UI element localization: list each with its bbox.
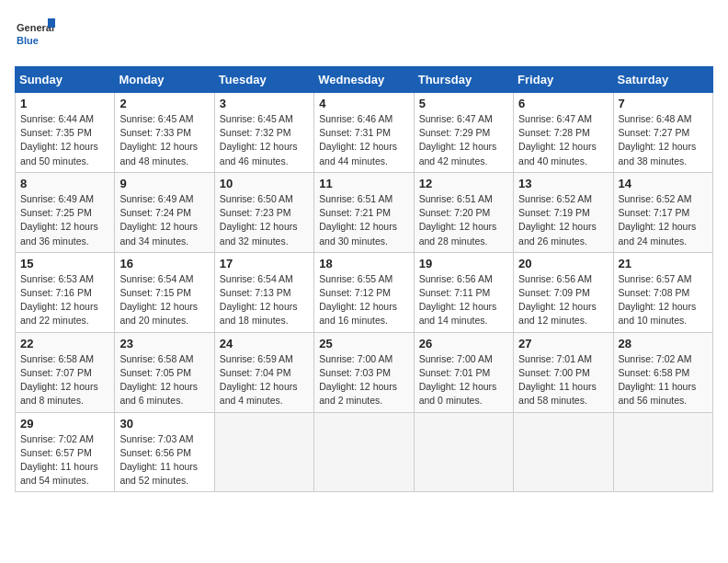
weekday-header: Sunday [16,67,115,93]
day-detail: Sunrise: 7:02 AMSunset: 6:57 PMDaylight:… [20,432,109,488]
day-number: 18 [319,257,408,270]
page-header: General Blue [15,15,713,59]
day-number: 14 [619,177,708,190]
day-detail: Sunrise: 6:51 AMSunset: 7:21 PMDaylight:… [319,192,408,248]
calendar-cell: 29 Sunrise: 7:02 AMSunset: 6:57 PMDaylig… [16,412,115,492]
weekday-header: Monday [115,67,214,93]
day-detail: Sunrise: 6:58 AMSunset: 7:07 PMDaylight:… [20,352,109,408]
day-detail: Sunrise: 6:48 AMSunset: 7:27 PMDaylight:… [619,112,708,168]
calendar-cell: 25 Sunrise: 7:00 AMSunset: 7:03 PMDaylig… [314,332,414,412]
calendar-week-row: 1 Sunrise: 6:44 AMSunset: 7:35 PMDayligh… [16,93,713,173]
calendar-cell: 9 Sunrise: 6:49 AMSunset: 7:24 PMDayligh… [115,172,214,252]
calendar-cell: 17 Sunrise: 6:54 AMSunset: 7:13 PMDaylig… [214,252,313,332]
calendar-cell: 26 Sunrise: 7:00 AMSunset: 7:01 PMDaylig… [414,332,513,412]
day-number: 24 [220,337,309,350]
calendar-cell: 14 Sunrise: 6:52 AMSunset: 7:17 PMDaylig… [613,172,712,252]
calendar-cell: 3 Sunrise: 6:45 AMSunset: 7:32 PMDayligh… [214,93,313,173]
calendar-cell: 20 Sunrise: 6:56 AMSunset: 7:09 PMDaylig… [514,252,613,332]
calendar-cell: 27 Sunrise: 7:01 AMSunset: 7:00 PMDaylig… [514,332,613,412]
day-number: 25 [319,337,408,350]
calendar-cell [314,412,414,492]
day-number: 27 [518,337,608,350]
day-number: 19 [419,257,508,270]
calendar-cell [214,412,313,492]
day-detail: Sunrise: 6:59 AMSunset: 7:04 PMDaylight:… [220,352,309,408]
weekday-header-row: SundayMondayTuesdayWednesdayThursdayFrid… [16,67,713,93]
calendar-cell: 15 Sunrise: 6:53 AMSunset: 7:16 PMDaylig… [16,252,115,332]
day-number: 22 [20,337,109,350]
day-detail: Sunrise: 6:49 AMSunset: 7:24 PMDaylight:… [119,192,209,248]
day-number: 30 [119,417,209,431]
day-detail: Sunrise: 6:50 AMSunset: 7:23 PMDaylight:… [220,192,309,248]
logo: General Blue [15,15,61,59]
day-number: 1 [20,97,109,110]
day-number: 17 [220,257,309,270]
calendar-table: SundayMondayTuesdayWednesdayThursdayFrid… [15,66,713,492]
calendar-cell: 2 Sunrise: 6:45 AMSunset: 7:33 PMDayligh… [115,93,214,173]
day-number: 13 [518,177,608,190]
day-detail: Sunrise: 7:00 AMSunset: 7:03 PMDaylight:… [319,352,408,408]
day-number: 3 [220,97,309,110]
day-detail: Sunrise: 6:49 AMSunset: 7:25 PMDaylight:… [20,192,109,248]
calendar-cell: 23 Sunrise: 6:58 AMSunset: 7:05 PMDaylig… [115,332,214,412]
day-detail: Sunrise: 6:55 AMSunset: 7:12 PMDaylight:… [319,272,408,328]
weekday-header: Wednesday [314,67,414,93]
logo-svg: General Blue [15,15,55,59]
calendar-cell: 30 Sunrise: 7:03 AMSunset: 6:56 PMDaylig… [115,412,214,492]
day-number: 2 [119,97,209,110]
day-detail: Sunrise: 7:00 AMSunset: 7:01 PMDaylight:… [419,352,508,408]
day-number: 16 [119,257,209,270]
calendar-cell [613,412,712,492]
day-number: 29 [20,417,109,431]
day-number: 4 [319,97,408,110]
calendar-cell: 8 Sunrise: 6:49 AMSunset: 7:25 PMDayligh… [16,172,115,252]
day-detail: Sunrise: 6:46 AMSunset: 7:31 PMDaylight:… [319,112,408,168]
calendar-week-row: 8 Sunrise: 6:49 AMSunset: 7:25 PMDayligh… [16,172,713,252]
calendar-cell [514,412,613,492]
calendar-cell: 16 Sunrise: 6:54 AMSunset: 7:15 PMDaylig… [115,252,214,332]
calendar-cell: 1 Sunrise: 6:44 AMSunset: 7:35 PMDayligh… [16,93,115,173]
calendar-week-row: 15 Sunrise: 6:53 AMSunset: 7:16 PMDaylig… [16,252,713,332]
calendar-cell: 22 Sunrise: 6:58 AMSunset: 7:07 PMDaylig… [16,332,115,412]
calendar-cell: 24 Sunrise: 6:59 AMSunset: 7:04 PMDaylig… [214,332,313,412]
calendar-cell: 12 Sunrise: 6:51 AMSunset: 7:20 PMDaylig… [414,172,513,252]
day-detail: Sunrise: 6:53 AMSunset: 7:16 PMDaylight:… [20,272,109,328]
day-detail: Sunrise: 6:47 AMSunset: 7:29 PMDaylight:… [419,112,508,168]
day-number: 8 [20,177,109,190]
day-detail: Sunrise: 6:57 AMSunset: 7:08 PMDaylight:… [619,272,708,328]
svg-text:Blue: Blue [17,35,39,46]
day-detail: Sunrise: 7:02 AMSunset: 6:58 PMDaylight:… [619,352,708,408]
day-detail: Sunrise: 6:56 AMSunset: 7:09 PMDaylight:… [518,272,608,328]
day-number: 6 [518,97,608,110]
calendar-cell: 6 Sunrise: 6:47 AMSunset: 7:28 PMDayligh… [514,93,613,173]
calendar-cell: 18 Sunrise: 6:55 AMSunset: 7:12 PMDaylig… [314,252,414,332]
day-number: 9 [119,177,209,190]
calendar-week-row: 29 Sunrise: 7:02 AMSunset: 6:57 PMDaylig… [16,412,713,492]
day-number: 5 [419,97,508,110]
day-number: 15 [20,257,109,270]
day-number: 20 [518,257,608,270]
day-number: 23 [119,337,209,350]
svg-marker-3 [48,18,55,28]
day-number: 10 [220,177,309,190]
day-detail: Sunrise: 6:54 AMSunset: 7:15 PMDaylight:… [119,272,209,328]
weekday-header: Tuesday [214,67,313,93]
day-detail: Sunrise: 6:54 AMSunset: 7:13 PMDaylight:… [220,272,309,328]
calendar-cell [414,412,513,492]
day-detail: Sunrise: 6:52 AMSunset: 7:19 PMDaylight:… [518,192,608,248]
day-detail: Sunrise: 6:45 AMSunset: 7:32 PMDaylight:… [220,112,309,168]
calendar-cell: 4 Sunrise: 6:46 AMSunset: 7:31 PMDayligh… [314,93,414,173]
day-detail: Sunrise: 6:47 AMSunset: 7:28 PMDaylight:… [518,112,608,168]
calendar-cell: 13 Sunrise: 6:52 AMSunset: 7:19 PMDaylig… [514,172,613,252]
day-detail: Sunrise: 6:45 AMSunset: 7:33 PMDaylight:… [119,112,209,168]
calendar-cell: 7 Sunrise: 6:48 AMSunset: 7:27 PMDayligh… [613,93,712,173]
calendar-cell: 19 Sunrise: 6:56 AMSunset: 7:11 PMDaylig… [414,252,513,332]
day-detail: Sunrise: 7:01 AMSunset: 7:00 PMDaylight:… [518,352,608,408]
day-detail: Sunrise: 6:51 AMSunset: 7:20 PMDaylight:… [419,192,508,248]
day-detail: Sunrise: 6:58 AMSunset: 7:05 PMDaylight:… [119,352,209,408]
calendar-cell: 28 Sunrise: 7:02 AMSunset: 6:58 PMDaylig… [613,332,712,412]
calendar-cell: 21 Sunrise: 6:57 AMSunset: 7:08 PMDaylig… [613,252,712,332]
calendar-cell: 10 Sunrise: 6:50 AMSunset: 7:23 PMDaylig… [214,172,313,252]
calendar-cell: 5 Sunrise: 6:47 AMSunset: 7:29 PMDayligh… [414,93,513,173]
weekday-header: Friday [514,67,613,93]
